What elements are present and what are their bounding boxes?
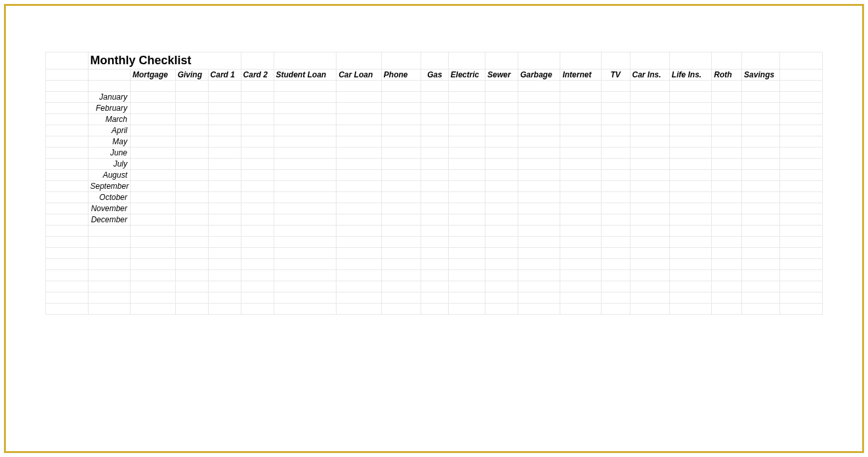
header-roth: Roth: [712, 70, 742, 81]
table-row: August: [46, 170, 823, 181]
header-row: Mortgage Giving Card 1 Card 2 Student Lo…: [46, 70, 823, 81]
page-title: Monthly Checklist: [88, 52, 241, 70]
empty-row: [46, 304, 823, 315]
header-card1: Card 1: [208, 70, 241, 81]
header-student-loan: Student Loan: [274, 70, 337, 81]
empty-row: [46, 259, 823, 270]
month-december: December: [88, 214, 131, 226]
month-september: September: [88, 181, 131, 192]
table-row: April: [46, 125, 823, 136]
month-february: February: [88, 103, 131, 114]
empty-row: [46, 226, 823, 237]
header-car-ins: Car Ins.: [630, 70, 669, 81]
month-august: August: [88, 170, 131, 181]
header-car-loan: Car Loan: [337, 70, 382, 81]
table-row: September: [46, 181, 823, 192]
month-july: July: [88, 159, 131, 170]
month-november: November: [88, 203, 131, 214]
document-frame: Monthly Checklist Mortgage Giving Card 1…: [4, 4, 864, 453]
month-october: October: [88, 192, 131, 203]
month-june: June: [88, 148, 131, 159]
header-giving: Giving: [175, 70, 208, 81]
table-row: October: [46, 192, 823, 203]
month-march: March: [88, 114, 131, 125]
empty-row: [46, 270, 823, 281]
spacer-row: [46, 81, 823, 92]
header-internet: Internet: [560, 70, 601, 81]
header-mortgage: Mortgage: [131, 70, 176, 81]
table-row: May: [46, 136, 823, 148]
header-savings: Savings: [742, 70, 780, 81]
header-electric: Electric: [448, 70, 485, 81]
empty-row: [46, 281, 823, 292]
header-phone: Phone: [381, 70, 421, 81]
table-row: November: [46, 203, 823, 214]
table-row: January: [46, 92, 823, 103]
header-garbage: Garbage: [518, 70, 560, 81]
title-row: Monthly Checklist: [46, 52, 823, 70]
month-january: January: [88, 92, 131, 103]
empty-row: [46, 292, 823, 304]
header-gas: Gas: [421, 70, 449, 81]
checklist-table: Monthly Checklist Mortgage Giving Card 1…: [45, 52, 823, 315]
header-sewer: Sewer: [485, 70, 518, 81]
header-life-ins: Life Ins.: [669, 70, 712, 81]
table-row: July: [46, 159, 823, 170]
table-row: February: [46, 103, 823, 114]
empty-row: [46, 237, 823, 248]
table-row: June: [46, 148, 823, 159]
header-card2: Card 2: [241, 70, 274, 81]
month-may: May: [88, 136, 131, 148]
table-row: March: [46, 114, 823, 125]
month-april: April: [88, 125, 131, 136]
header-tv: TV: [601, 70, 630, 81]
table-row: December: [46, 214, 823, 226]
empty-row: [46, 248, 823, 259]
